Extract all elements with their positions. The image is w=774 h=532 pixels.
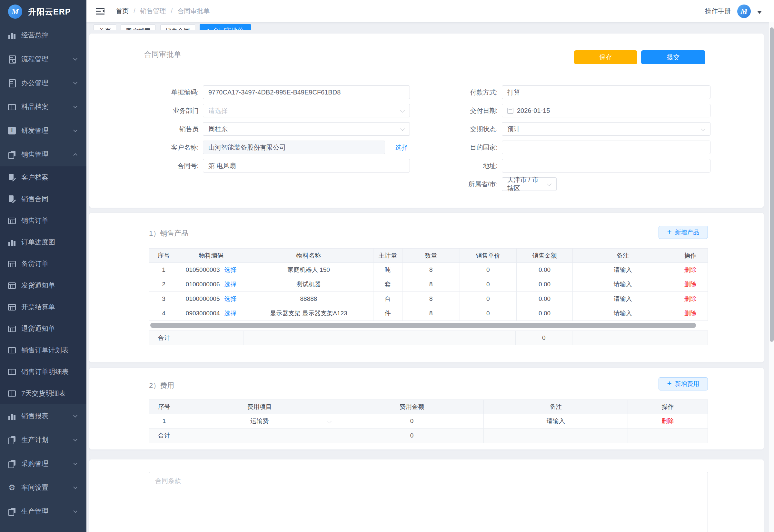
delivery-date-input[interactable]: 2026-01-15 bbox=[502, 104, 710, 117]
salesperson-select[interactable]: 周桂东 bbox=[203, 122, 410, 136]
sidebar-item-customer-archive[interactable]: 客户档案 bbox=[0, 166, 86, 188]
sidebar-item-invoice-settlement[interactable]: 开票结算单 bbox=[0, 296, 86, 318]
sidebar-item-business-overview[interactable]: 经营总控 bbox=[0, 23, 86, 47]
tab-sales-contract[interactable]: 销售合同 bbox=[160, 25, 195, 30]
doc-code-input[interactable]: 9770CA17-3497-4DB2-995E-B49E9CF61BD8 bbox=[203, 85, 410, 99]
product-row: 1 0105000003选择 家庭机器人 150 吨 8 0 0.00 请输入 … bbox=[149, 263, 708, 277]
qty-cell[interactable]: 8 bbox=[402, 292, 460, 306]
delete-row-link[interactable]: 删除 bbox=[684, 281, 697, 288]
sidebar-item-sales-report[interactable]: 销售报表 bbox=[0, 404, 86, 428]
price-cell[interactable]: 0 bbox=[460, 263, 517, 277]
form-row-delivery-status: 交期状态: 预计 bbox=[437, 122, 710, 136]
address-input[interactable] bbox=[502, 159, 710, 172]
select-material-link[interactable]: 选择 bbox=[224, 310, 237, 317]
pages-icon bbox=[8, 436, 16, 444]
fee-row: 1 运输费 0 请输入 删除 bbox=[149, 414, 708, 429]
contract-terms-textarea[interactable]: 合同条款 bbox=[149, 472, 708, 532]
select-material-link[interactable]: 选择 bbox=[224, 295, 237, 302]
delete-row-link[interactable]: 删除 bbox=[684, 310, 697, 317]
horizontal-scrollbar-thumb[interactable] bbox=[150, 323, 696, 328]
products-table-wrap: 序号 物料编码 物料名称 主计量 数量 销售单价 销售金额 备注 操作 1 01… bbox=[149, 248, 708, 345]
fees-table: 序号 费用项目 费用金额 备注 操作 1 运输费 0 请输入 删除 合计 bbox=[149, 399, 708, 443]
qty-cell[interactable]: 8 bbox=[402, 277, 460, 292]
price-cell[interactable]: 0 bbox=[460, 292, 517, 306]
delivery-status-select[interactable]: 预计 bbox=[502, 122, 710, 136]
plus-icon: + bbox=[667, 380, 671, 387]
sidebar-item-rd-mgmt[interactable]: 研发管理 bbox=[0, 119, 86, 143]
products-total-row: 合计 0 bbox=[149, 330, 708, 345]
terms-card: 合同条款 bbox=[89, 459, 764, 532]
breadcrumb-current: 合同审批单 bbox=[177, 7, 210, 15]
table-icon bbox=[8, 304, 16, 310]
fees-total-row: 合计 0 bbox=[149, 429, 708, 443]
sidebar-item-order-progress[interactable]: 订单进度图 bbox=[0, 231, 86, 253]
remark-input[interactable]: 请输入 bbox=[573, 263, 673, 277]
sidebar-item-sales-order-plan-report[interactable]: 销售订单计划表 bbox=[0, 339, 86, 361]
sidebar-item-processing-workshop[interactable]: 加工车间 bbox=[0, 523, 86, 532]
open-book-icon bbox=[8, 390, 16, 397]
app-root: M 升阳云ERP 经营总控 流程管理 办公管理 料品档案 bbox=[0, 0, 774, 532]
price-cell[interactable]: 0 bbox=[460, 277, 517, 292]
menu-fold-icon[interactable] bbox=[96, 8, 104, 15]
sidebar-item-7day-delivery-report[interactable]: 7天交货明细表 bbox=[0, 382, 86, 404]
remark-input[interactable]: 请输入 bbox=[573, 277, 673, 292]
remark-input[interactable]: 请输入 bbox=[573, 292, 673, 306]
save-button[interactable]: 保存 bbox=[574, 50, 637, 64]
business-dept-select[interactable]: 请选择 bbox=[203, 104, 410, 117]
destination-country-input[interactable] bbox=[502, 141, 710, 154]
payment-method-input[interactable]: 打算 bbox=[502, 85, 710, 99]
sidebar-item-sales-order-detail-report[interactable]: 销售订单明细表 bbox=[0, 361, 86, 382]
tab-contract-approval[interactable]: 合同审批单 bbox=[200, 24, 251, 30]
sidebar-item-return-notice[interactable]: 退货通知单 bbox=[0, 318, 86, 339]
delete-row-link[interactable]: 删除 bbox=[684, 266, 697, 273]
delete-fee-link[interactable]: 删除 bbox=[662, 418, 674, 424]
tab-customer-archive[interactable]: 客户档案 bbox=[121, 25, 155, 30]
delete-row-link[interactable]: 删除 bbox=[684, 295, 697, 302]
product-row: 2 0100000006选择 测试机器 套 8 0 0.00 请输入 删除 bbox=[149, 277, 708, 292]
remark-input[interactable]: 请输入 bbox=[573, 306, 673, 321]
vertical-scrollbar bbox=[769, 22, 774, 532]
sidebar-item-production-plan[interactable]: 生产计划 bbox=[0, 428, 86, 452]
select-material-link[interactable]: 选择 bbox=[224, 266, 237, 273]
qty-cell[interactable]: 8 bbox=[402, 263, 460, 277]
price-cell[interactable]: 0 bbox=[460, 306, 517, 321]
brand-row: M 升阳云ERP bbox=[0, 0, 86, 23]
sidebar-item-workshop-settings[interactable]: 车间设置 bbox=[0, 476, 86, 499]
sidebar-item-material-archive[interactable]: 料品档案 bbox=[0, 95, 86, 119]
submit-button[interactable]: 提交 bbox=[641, 50, 705, 64]
sidebar-item-office-mgmt[interactable]: 办公管理 bbox=[0, 71, 86, 95]
plus-icon: + bbox=[667, 229, 671, 235]
notebook-icon bbox=[8, 79, 16, 87]
fee-item-select[interactable]: 运输费 bbox=[179, 414, 340, 429]
choose-customer-link[interactable]: 选择 bbox=[395, 143, 408, 152]
sidebar-item-sales-order[interactable]: 销售订单 bbox=[0, 210, 86, 231]
sidebar-item-purchase-mgmt[interactable]: 采购管理 bbox=[0, 452, 86, 476]
sidebar-item-sales-mgmt[interactable]: 销售管理 bbox=[0, 143, 86, 166]
breadcrumb-home[interactable]: 首页 bbox=[116, 7, 129, 15]
table-icon bbox=[8, 218, 16, 224]
sidebar-item-delivery-notice[interactable]: 发货通知单 bbox=[0, 274, 86, 296]
fees-card: 2）费用 + 新增费用 序号 费用项目 费用金额 备注 操作 bbox=[89, 368, 764, 449]
add-fee-button[interactable]: + 新增费用 bbox=[659, 377, 708, 390]
total-amount: 0 bbox=[515, 331, 572, 345]
sidebar-item-stock-order[interactable]: 备货订单 bbox=[0, 253, 86, 274]
flow-doc-icon bbox=[8, 55, 16, 63]
help-manual-link[interactable]: 操作手册 bbox=[705, 7, 731, 15]
add-product-button[interactable]: + 新增产品 bbox=[659, 226, 708, 239]
remark-input[interactable]: 请输入 bbox=[484, 414, 628, 429]
province-city-select[interactable]: 天津市 / 市辖区 bbox=[502, 177, 557, 191]
tab-home[interactable]: 首页 bbox=[94, 25, 116, 30]
sidebar-item-production-mgmt[interactable]: 生产管理 bbox=[0, 499, 86, 523]
vertical-scrollbar-thumb[interactable] bbox=[770, 27, 774, 342]
select-material-link[interactable]: 选择 bbox=[224, 281, 237, 288]
form-row-address: 地址: bbox=[437, 159, 710, 172]
sidebar-item-sales-contract[interactable]: 销售合同 bbox=[0, 188, 86, 210]
caret-down-icon[interactable] bbox=[757, 11, 762, 16]
fee-amount-cell[interactable]: 0 bbox=[340, 414, 484, 429]
user-avatar[interactable]: M bbox=[737, 5, 751, 18]
contract-no-input[interactable]: 第 电风扇 bbox=[203, 159, 410, 172]
qty-cell[interactable]: 8 bbox=[402, 306, 460, 321]
fees-section-title: 2）费用 bbox=[149, 381, 174, 390]
sidebar-item-process-mgmt[interactable]: 流程管理 bbox=[0, 47, 86, 71]
total-label: 合计 bbox=[149, 331, 179, 345]
